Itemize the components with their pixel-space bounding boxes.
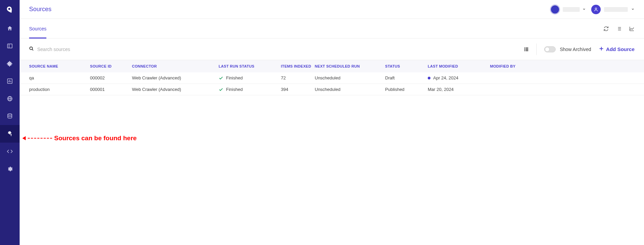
check-icon	[219, 76, 223, 80]
logo-icon	[0, 0, 20, 20]
arrow-line	[28, 138, 52, 139]
nav-settings[interactable]	[0, 160, 20, 178]
toolbar-divider	[536, 44, 537, 55]
col-last-run-status[interactable]: LAST RUN STATUS	[219, 64, 281, 68]
cell-last-run-status: Finished	[219, 87, 281, 92]
svg-point-19	[30, 47, 32, 50]
sidebar	[0, 0, 20, 245]
col-modified-by[interactable]: MODIFIED BY	[490, 64, 635, 68]
nav-code[interactable]	[0, 143, 20, 160]
nav-puzzle[interactable]	[0, 55, 20, 72]
table-row[interactable]: production000001Web Crawler (Advanced)Fi…	[20, 84, 644, 95]
search-icon	[29, 46, 34, 52]
user-menu[interactable]	[591, 5, 635, 14]
cell-next-scheduled-run: Unscheduled	[315, 87, 385, 92]
svg-rect-21	[524, 47, 525, 48]
svg-rect-22	[526, 47, 528, 48]
cell-last-modified: Mar 20, 2024	[428, 87, 490, 92]
user-avatar-icon	[591, 5, 601, 14]
user-name	[604, 7, 628, 12]
refresh-icon[interactable]	[603, 26, 609, 31]
annotation: Sources can be found here	[22, 134, 137, 142]
nav-home[interactable]	[0, 20, 20, 37]
org-avatar	[550, 4, 560, 15]
page-title: Sources	[29, 6, 51, 13]
cell-status: Draft	[385, 75, 428, 80]
cell-items-indexed: 394	[281, 87, 315, 92]
svg-point-9	[8, 114, 12, 116]
dot-icon	[428, 77, 430, 79]
cell-source-name: qa	[29, 75, 90, 80]
nav-sources[interactable]	[0, 125, 20, 143]
svg-rect-23	[524, 49, 525, 50]
col-next-scheduled-run[interactable]: NEXT SCHEDULED RUN	[315, 64, 385, 68]
toggle-switch[interactable]	[544, 46, 556, 52]
nav-panels[interactable]	[0, 37, 20, 55]
nav-database[interactable]	[0, 107, 20, 125]
cell-last-modified: Apr 24, 2024	[428, 75, 490, 80]
svg-rect-24	[526, 49, 528, 50]
grid-view-icon[interactable]	[524, 47, 529, 52]
cell-source-id: 000002	[90, 75, 132, 80]
cell-connector: Web Crawler (Advanced)	[132, 75, 219, 80]
check-icon	[219, 87, 223, 92]
table-header-row: SOURCE NAME SOURCE ID CONNECTOR LAST RUN…	[20, 60, 644, 72]
svg-rect-0	[7, 44, 12, 48]
table-row[interactable]: qa000002Web Crawler (Advanced)Finished72…	[20, 72, 644, 84]
topbar: Sources	[20, 0, 644, 19]
svg-rect-26	[526, 50, 528, 51]
list-settings-icon[interactable]	[616, 26, 622, 31]
svg-line-20	[32, 49, 34, 51]
show-archived-toggle[interactable]: Show Archived	[544, 46, 591, 52]
nav-analytics[interactable]	[0, 72, 20, 90]
show-archived-label: Show Archived	[560, 47, 591, 52]
toggle-knob	[545, 47, 550, 52]
toolbar: Show Archived Add Source	[20, 39, 644, 60]
chart-icon[interactable]	[629, 26, 635, 31]
search-input[interactable]	[37, 47, 139, 52]
svg-rect-25	[524, 50, 525, 51]
add-source-label: Add Source	[606, 46, 635, 52]
tab-sources[interactable]: Sources	[29, 19, 46, 39]
annotation-text: Sources can be found here	[54, 134, 137, 142]
cell-next-scheduled-run: Unscheduled	[315, 75, 385, 80]
col-source-id[interactable]: SOURCE ID	[90, 64, 132, 68]
col-connector[interactable]: CONNECTOR	[132, 64, 219, 68]
col-last-modified[interactable]: LAST MODIFIED	[428, 64, 490, 68]
main-area: Sources Sources	[20, 0, 644, 245]
cell-last-run-status: Finished	[219, 75, 281, 80]
nav-globe[interactable]	[0, 90, 20, 107]
cell-connector: Web Crawler (Advanced)	[132, 87, 219, 92]
chevron-down-icon	[582, 7, 586, 12]
sources-table: SOURCE NAME SOURCE ID CONNECTOR LAST RUN…	[20, 60, 644, 95]
col-items-indexed[interactable]: ITEMS INDEXED	[281, 64, 315, 68]
col-source-name[interactable]: SOURCE NAME	[29, 64, 90, 68]
cell-items-indexed: 72	[281, 75, 315, 80]
chevron-down-icon	[631, 7, 635, 12]
plus-icon	[599, 46, 604, 52]
org-name	[563, 7, 580, 12]
org-switcher[interactable]	[550, 4, 586, 15]
add-source-button[interactable]: Add Source	[599, 46, 635, 52]
tab-row: Sources	[20, 19, 644, 39]
col-status[interactable]: STATUS	[385, 64, 428, 68]
svg-point-10	[595, 8, 597, 9]
arrow-head-icon	[22, 136, 26, 140]
cell-status: Published	[385, 87, 428, 92]
cell-source-name: production	[29, 87, 90, 92]
cell-source-id: 000001	[90, 87, 132, 92]
